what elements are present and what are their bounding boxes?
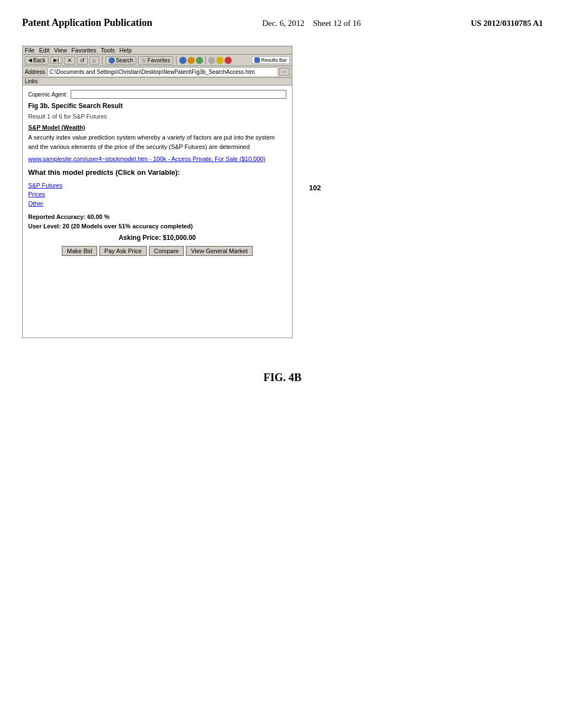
pay-ask-price-button[interactable]: Pay Ask Price: [99, 246, 147, 256]
search-agent-bar: Copernic Agent:: [28, 90, 286, 99]
results-bar-badge: Results Bar: [252, 56, 290, 64]
search-agent-input[interactable]: [71, 90, 286, 99]
stop-button[interactable]: ✕: [64, 56, 75, 65]
toolbar-separator-2: [176, 56, 177, 65]
discuss-icon: [216, 57, 223, 64]
search-agent-label: Copernic Agent:: [28, 92, 67, 98]
address-input[interactable]: [47, 67, 277, 76]
toolbar-separator-3: [205, 56, 206, 64]
home-button[interactable]: ⌂: [89, 56, 99, 65]
links-bar: Links: [23, 78, 292, 85]
make-bid-button[interactable]: Make Bid: [62, 246, 97, 256]
menu-edit[interactable]: Edit: [39, 47, 50, 53]
search-result-heading: Fig 3b. Specific Search Result: [28, 102, 286, 110]
page-header: Patent Application Publication Dec. 6, 2…: [0, 0, 565, 35]
search-button[interactable]: Search: [105, 56, 137, 65]
refresh-button[interactable]: ↺: [77, 56, 88, 65]
variable-prices[interactable]: Prices: [28, 190, 286, 199]
reference-area: 102: [298, 46, 543, 338]
menu-favorites[interactable]: Favorites: [71, 47, 96, 53]
reference-number-102: 102: [309, 184, 321, 192]
variable-other[interactable]: Other: [28, 199, 286, 208]
asking-price: Asking Price: $10,000.00: [28, 234, 286, 242]
back-button[interactable]: ◀ Back: [25, 56, 49, 65]
go-button[interactable]: →: [279, 68, 290, 76]
messenger-icon: [225, 57, 232, 64]
user-level: User Level: 20 (20 Models over 51% accur…: [28, 222, 286, 231]
action-buttons: Make Bid Pay Ask Price Compare View Gene…: [28, 246, 286, 256]
compare-button[interactable]: Compare: [149, 246, 184, 256]
search-icon: [109, 57, 115, 63]
browser-window: File Edit View Favorites Tools Help ◀ Ba…: [22, 46, 292, 338]
browser-menubar: File Edit View Favorites Tools Help: [23, 46, 292, 55]
accuracy-section: Reported Accuracy: 60.00 % User Level: 2…: [28, 212, 286, 231]
publication-number: US 2012/0310785 A1: [471, 17, 543, 28]
links-label: Links: [25, 78, 38, 84]
browser-body: Copernic Agent: Fig 3b. Specific Search …: [23, 85, 292, 264]
variable-list: S&P Futures Prices Other: [28, 181, 286, 208]
address-label: Address: [25, 69, 45, 75]
view-general-market-button[interactable]: View General Market: [186, 246, 253, 256]
publication-title: Patent Application Publication: [22, 17, 152, 29]
mail-icon: [188, 57, 195, 64]
browser-toolbar: ◀ Back ▶| ✕ ↺ ⌂ Search ☆ Favorites: [23, 55, 292, 66]
model-prediction-heading: What this model predicts (Click on Varia…: [28, 168, 286, 176]
menu-tools[interactable]: Tools: [101, 47, 115, 53]
sp-model-description: A security index value prediction system…: [28, 133, 286, 151]
sp-model-title: S&P Model (Wealth): [28, 124, 286, 131]
favorites-button[interactable]: ☆ Favorites: [138, 56, 173, 65]
menu-help[interactable]: Help: [119, 47, 132, 53]
figure-label: FIG. 4B: [0, 371, 565, 384]
toolbar-separator-1: [102, 56, 103, 65]
main-content: File Edit View Favorites Tools Help ◀ Ba…: [0, 35, 565, 349]
result-count: Result 1 of 6 for S&P Futures: [28, 113, 286, 120]
sp-model-link: www.samplesite.com/user4~stockmodel.htm …: [28, 154, 286, 164]
menu-view[interactable]: View: [54, 47, 67, 53]
media-icon: [179, 57, 186, 64]
sp-model-url[interactable]: www.samplesite.com/user4~stockmodel.htm …: [28, 156, 265, 162]
publication-date: Dec. 6, 2012 Sheet 12 of 16: [262, 17, 361, 28]
edit-icon: [208, 57, 215, 64]
variable-sp-futures[interactable]: S&P Futures: [28, 181, 286, 190]
results-bar-icon: [254, 57, 260, 63]
menu-file[interactable]: File: [25, 47, 35, 53]
forward-button[interactable]: ▶|: [50, 56, 62, 64]
accuracy-label: Reported Accuracy: 60.00 %: [28, 212, 286, 222]
address-bar: Address →: [23, 66, 292, 78]
print-icon: [196, 57, 203, 64]
